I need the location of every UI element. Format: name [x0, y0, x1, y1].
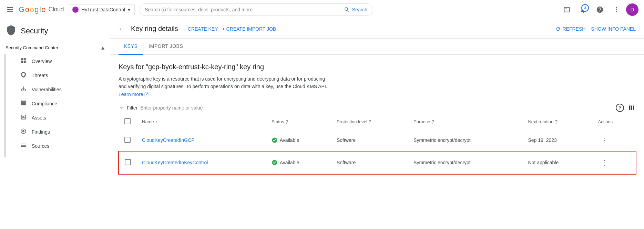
- filter-label: Filter: [127, 105, 137, 111]
- keys-title: Keys for "gcp-byok-entrust-kc-key-ring" …: [119, 63, 636, 71]
- app-body: Security Security Command Center ▴ Overv…: [0, 19, 644, 229]
- more-options-icon-btn[interactable]: [610, 3, 623, 17]
- learn-more-link[interactable]: Learn more: [119, 91, 149, 98]
- terminal-icon-btn[interactable]: [560, 3, 574, 17]
- tab-keys[interactable]: KEYS: [119, 39, 143, 55]
- threats-icon: [20, 72, 27, 79]
- row1-protection-level: Software: [331, 129, 408, 152]
- row2-more-button[interactable]: ⋮: [598, 156, 612, 169]
- table-header-purpose: Purpose ?: [408, 115, 522, 129]
- notification-badge: 3: [581, 4, 589, 12]
- header-actions: + CREATE KEY + CREATE IMPORT JOB: [184, 26, 276, 32]
- filter-bar: Filter ?: [119, 104, 636, 112]
- search-input[interactable]: [145, 7, 341, 12]
- filter-icon: [119, 104, 124, 111]
- rotation-help-icon[interactable]: ?: [555, 119, 558, 125]
- row2-status-icon: [272, 159, 278, 166]
- table-header-protection-level: Protection level ?: [331, 115, 408, 129]
- sidebar-item-findings[interactable]: Findings: [9, 125, 103, 139]
- hamburger-menu[interactable]: [6, 6, 14, 13]
- sort-arrow-icon[interactable]: ↑: [155, 119, 157, 124]
- sidebar-item-findings-label: Findings: [32, 129, 50, 135]
- top-bar: Google Cloud HyTrust DataControl ▾ Searc…: [0, 0, 644, 19]
- row2-name-link[interactable]: CloudKeyCreatedInKeyControl: [142, 160, 208, 165]
- page-title: Key ring details: [131, 25, 178, 33]
- row2-checkbox-cell: [119, 152, 136, 174]
- content-header: ← Key ring details + CREATE KEY + CREATE…: [110, 19, 644, 39]
- row1-name: CloudKeyCreatedInGCP: [136, 129, 266, 152]
- vulnerabilities-icon: [20, 86, 27, 93]
- row1-name-link[interactable]: CloudKeyCreatedInGCP: [142, 137, 195, 143]
- svg-point-1: [22, 130, 24, 132]
- main-content: ← Key ring details + CREATE KEY + CREATE…: [110, 19, 644, 229]
- row1-status-icon: [272, 137, 278, 143]
- external-link-icon: [144, 92, 149, 97]
- columns-icon[interactable]: [628, 104, 636, 112]
- row1-next-rotation: Sep 19, 2023: [522, 129, 592, 152]
- project-dot-icon: [72, 7, 79, 13]
- project-selector[interactable]: HyTrust DataControl ▾: [68, 4, 135, 15]
- table-row: CloudKeyCreatedInKeyControl Available So…: [119, 152, 636, 174]
- user-avatar[interactable]: D: [626, 3, 638, 16]
- table-help-icon[interactable]: ?: [616, 104, 624, 112]
- sidebar-item-overview[interactable]: Overview: [9, 54, 103, 68]
- section-collapse-icon[interactable]: ▴: [101, 44, 104, 51]
- sidebar-item-assets[interactable]: Assets: [9, 111, 103, 125]
- header-right: REFRESH SHOW INFO PANEL: [555, 26, 636, 32]
- table-row: CloudKeyCreatedInGCP Available Software …: [119, 129, 636, 152]
- purpose-help-icon[interactable]: ?: [431, 119, 434, 125]
- row1-purpose: Symmetric encrypt/decrypt: [408, 129, 522, 152]
- sidebar-item-compliance[interactable]: Compliance: [9, 96, 103, 111]
- tab-import-jobs[interactable]: IMPORT JOBS: [143, 39, 188, 55]
- content-scroll: Keys for "gcp-byok-entrust-kc-key-ring" …: [110, 55, 644, 229]
- filter-right: ?: [616, 104, 636, 112]
- row2-name: CloudKeyCreatedInKeyControl: [136, 152, 266, 174]
- protection-level-help-icon[interactable]: ?: [369, 119, 371, 125]
- status-help-icon[interactable]: ?: [286, 119, 288, 125]
- sidebar-item-vulnerabilities-label: Vulnerabilities: [32, 87, 62, 92]
- search-button[interactable]: Search: [344, 7, 367, 13]
- help-icon-btn[interactable]: [593, 3, 607, 17]
- sidebar-item-threats[interactable]: Threats: [9, 68, 103, 82]
- row1-status: Available: [266, 129, 331, 152]
- compliance-icon: [20, 100, 27, 107]
- back-button[interactable]: ←: [119, 25, 125, 33]
- sidebar-item-overview-label: Overview: [32, 59, 52, 64]
- table-header-checkbox: [119, 115, 136, 129]
- row1-checkbox-cell: [119, 129, 136, 152]
- row2-status: Available: [266, 152, 331, 174]
- select-all-checkbox[interactable]: [124, 118, 131, 124]
- sidebar-header: Security: [0, 19, 110, 40]
- row2-purpose: Symmetric encrypt/decrypt: [408, 152, 522, 174]
- keys-table: Name ↑ Status ? Protecti: [119, 115, 636, 174]
- overview-icon: [20, 58, 27, 65]
- sidebar-item-vulnerabilities[interactable]: Vulnerabilities: [9, 82, 103, 96]
- row2-protection-level: Software: [331, 152, 408, 174]
- row2-actions: ⋮: [592, 152, 636, 174]
- show-info-panel-button[interactable]: SHOW INFO PANEL: [591, 26, 636, 32]
- sidebar-title: Security: [21, 27, 48, 35]
- create-import-job-button[interactable]: + CREATE IMPORT JOB: [222, 26, 276, 32]
- refresh-button[interactable]: REFRESH: [555, 26, 585, 32]
- table-header-status: Status ?: [266, 115, 331, 129]
- project-chevron-icon: ▾: [128, 7, 130, 12]
- table-header-name: Name ↑: [136, 115, 266, 129]
- row2-checkbox[interactable]: [125, 159, 131, 165]
- search-bar[interactable]: Search: [139, 3, 373, 16]
- terminal-icon: [563, 6, 570, 13]
- google-cloud-logo: Google Cloud: [19, 5, 64, 14]
- sidebar-item-compliance-label: Compliance: [32, 101, 57, 106]
- row1-actions: ⋮: [592, 129, 636, 152]
- notification-button[interactable]: 3: [576, 3, 590, 17]
- table-header-next-rotation: Next rotation ?: [522, 115, 592, 129]
- more-vert-icon: [613, 6, 620, 13]
- create-key-button[interactable]: + CREATE KEY: [184, 26, 218, 32]
- tabs-bar: KEYS IMPORT JOBS: [110, 39, 644, 55]
- row1-more-button[interactable]: ⋮: [598, 133, 612, 147]
- row2-next-rotation: Not applicable: [522, 152, 592, 174]
- filter-input[interactable]: [140, 105, 244, 111]
- sidebar-item-sources-label: Sources: [32, 143, 49, 149]
- sidebar: Security Security Command Center ▴ Overv…: [0, 19, 110, 229]
- sidebar-item-sources[interactable]: Sources: [9, 139, 103, 153]
- row1-checkbox[interactable]: [124, 137, 131, 143]
